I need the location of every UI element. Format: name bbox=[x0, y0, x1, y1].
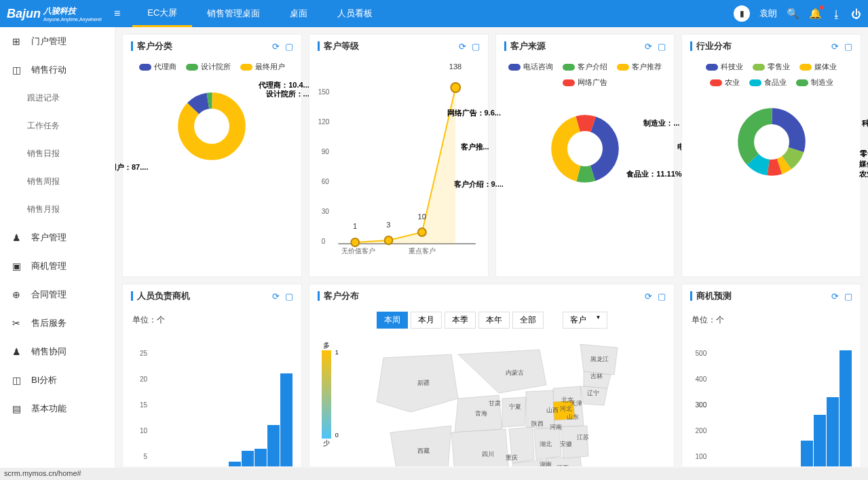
bar bbox=[801, 441, 813, 466]
refresh-icon[interactable]: ⟳ bbox=[831, 291, 839, 301]
card-industry: 行业分布 ⟳ ▢ 科技业 零售业 媒体业 农业 食品业 制造业 bbox=[681, 34, 861, 277]
line-chart: 0 30 60 90 120 150 无价值客户 重点客户 1 3 10 138 bbox=[315, 67, 483, 257]
svg-text:内蒙古: 内蒙古 bbox=[506, 369, 524, 376]
bar bbox=[254, 449, 267, 466]
bar bbox=[242, 451, 254, 466]
card-customer-level: 客户等级 ⟳ ▢ 0 30 60 90 120 150 bbox=[309, 34, 489, 277]
nav-opportunity[interactable]: ▣商机管理 bbox=[0, 252, 115, 280]
tab-ec[interactable]: EC大屏 bbox=[132, 0, 192, 27]
svg-text:宁夏: 宁夏 bbox=[509, 403, 521, 410]
seg-week[interactable]: 本周 bbox=[377, 312, 408, 329]
svg-text:河南: 河南 bbox=[550, 424, 562, 430]
user-name[interactable]: 袁朗 bbox=[759, 7, 777, 20]
expand-icon[interactable]: ▢ bbox=[658, 41, 666, 52]
card-customer-source: 客户来源 ⟳ ▢ 电话咨询 客户介绍 客户推荐 网络广告 电话咨... bbox=[495, 34, 675, 277]
svg-text:吉林: 吉林 bbox=[590, 373, 603, 380]
card-customer-type: 客户分类 ⟳ ▢ 代理商 设计院所 最终用户 代理商：10.4... 设计院所：… bbox=[122, 34, 302, 277]
nav-contract[interactable]: ⊕合同管理 bbox=[0, 280, 115, 309]
refresh-icon[interactable]: ⟳ bbox=[831, 41, 839, 52]
tab-people[interactable]: 人员看板 bbox=[322, 0, 388, 27]
bar bbox=[814, 415, 826, 466]
bar bbox=[267, 425, 280, 466]
svg-text:重庆: 重庆 bbox=[506, 454, 518, 461]
nav-weekly[interactable]: 销售周报 bbox=[0, 168, 115, 196]
svg-point-4 bbox=[351, 238, 359, 246]
nav-bi[interactable]: ◫BI分析 bbox=[0, 366, 115, 394]
nav-portal[interactable]: ⊞门户管理 bbox=[0, 27, 115, 56]
expand-icon[interactable]: ▢ bbox=[285, 291, 293, 301]
menu-toggle-icon[interactable]: ≡ bbox=[114, 7, 120, 20]
expand-icon[interactable]: ▢ bbox=[285, 41, 293, 52]
china-map[interactable]: 多 少 1 0 bbox=[315, 334, 669, 466]
svg-text:江西: 江西 bbox=[556, 464, 569, 466]
seg-all[interactable]: 全部 bbox=[512, 312, 544, 329]
svg-text:甘肃: 甘肃 bbox=[489, 400, 501, 407]
power-icon[interactable]: ⏻ bbox=[851, 8, 861, 20]
seg-month[interactable]: 本月 bbox=[411, 312, 442, 329]
svg-text:山东: 山东 bbox=[567, 413, 579, 420]
logo-text: Bajun bbox=[7, 7, 41, 21]
expand-icon[interactable]: ▢ bbox=[472, 41, 480, 52]
nav-monthly[interactable]: 销售月报 bbox=[0, 196, 115, 223]
nav-customer[interactable]: ♟客户管理 bbox=[0, 223, 115, 252]
expand-icon[interactable]: ▢ bbox=[844, 41, 852, 52]
bar bbox=[280, 373, 293, 466]
logo-cn: 八骏科技 bbox=[43, 5, 102, 17]
bar bbox=[827, 397, 839, 466]
nav-collab[interactable]: ♟销售协同 bbox=[0, 337, 115, 366]
expand-icon[interactable]: ▢ bbox=[658, 291, 666, 301]
refresh-icon[interactable]: ⟳ bbox=[272, 291, 280, 301]
svg-text:陕西: 陕西 bbox=[531, 420, 544, 427]
svg-text:四川: 四川 bbox=[482, 451, 494, 458]
card-customer-map: 客户分布 ⟳ ▢ 本周 本月 本季 本年 全部 客户 多 少 1 0 bbox=[309, 284, 675, 466]
nav-basic[interactable]: ▤基本功能 bbox=[0, 394, 115, 423]
svg-text:西藏: 西藏 bbox=[417, 447, 430, 454]
download-icon[interactable]: ⭳ bbox=[831, 8, 842, 20]
legend: 代理商 设计院所 最终用户 bbox=[128, 62, 296, 72]
bar bbox=[229, 462, 241, 466]
avatar[interactable]: ▮ bbox=[734, 5, 750, 22]
nav-aftersale[interactable]: ✂售后服务 bbox=[0, 309, 115, 337]
seg-year[interactable]: 本年 bbox=[478, 312, 510, 329]
card-forecast: 商机预测 ⟳ ▢ 单位：个 0100200300400500300 成才伍六一史… bbox=[681, 284, 861, 466]
nav-tasks[interactable]: 工作任务 bbox=[0, 112, 115, 140]
tab-desktop[interactable]: 桌面 bbox=[275, 0, 322, 27]
svg-text:黑龙江: 黑龙江 bbox=[590, 356, 609, 363]
refresh-icon[interactable]: ⟳ bbox=[459, 41, 466, 52]
svg-text:湖南: 湖南 bbox=[540, 461, 552, 466]
svg-text:安徽: 安徽 bbox=[560, 441, 572, 447]
header-tabs: EC大屏 销售管理桌面 桌面 人员看板 bbox=[132, 0, 388, 27]
expand-icon[interactable]: ▢ bbox=[844, 291, 852, 301]
map-select[interactable]: 客户 bbox=[563, 312, 607, 329]
bar bbox=[839, 350, 852, 466]
logo: Bajun 八骏科技 Anyone,Anytime,Anywhere! bbox=[7, 5, 102, 22]
bar-chart: 0100200300400500300 成才伍六一史今小艺马小帅小爱张三许三多袁… bbox=[687, 333, 855, 466]
card-owner-opportunity: 人员负责商机 ⟳ ▢ 单位：个 0510152025 成才伍六一小艺小度小爱马小… bbox=[122, 284, 302, 466]
svg-text:江苏: 江苏 bbox=[577, 434, 589, 441]
logo-tag: Anyone,Anytime,Anywhere! bbox=[43, 17, 102, 22]
seg-quarter[interactable]: 本季 bbox=[445, 312, 476, 329]
svg-text:新疆: 新疆 bbox=[417, 380, 430, 386]
refresh-icon[interactable]: ⟳ bbox=[645, 291, 652, 301]
header-right: ▮ 袁朗 🔍 🔔 ⭳ ⏻ bbox=[734, 5, 861, 22]
nav-followup[interactable]: 跟进记录 bbox=[0, 84, 115, 112]
svg-point-6 bbox=[418, 228, 426, 236]
nav-daily[interactable]: 销售日报 bbox=[0, 140, 115, 168]
nav-sales-action[interactable]: ◫销售行动 bbox=[0, 56, 115, 84]
search-icon[interactable]: 🔍 bbox=[787, 7, 799, 20]
tab-sales-desktop[interactable]: 销售管理桌面 bbox=[192, 0, 275, 27]
svg-point-7 bbox=[451, 83, 460, 92]
refresh-icon[interactable]: ⟳ bbox=[645, 41, 652, 52]
svg-text:辽宁: 辽宁 bbox=[587, 390, 599, 396]
dashboard-grid: 客户分类 ⟳ ▢ 代理商 设计院所 最终用户 代理商：10.4... 设计院所：… bbox=[115, 27, 868, 466]
app-header: Bajun 八骏科技 Anyone,Anytime,Anywhere! ≡ EC… bbox=[0, 0, 868, 27]
status-bar: scrm.mymos.cn/home# bbox=[0, 468, 868, 480]
bar-chart: 0510152025 成才伍六一小艺小度小爱马小帅史今张三甘小宁袁朗许三多 bbox=[128, 333, 296, 466]
svg-text:青海: 青海 bbox=[475, 410, 487, 417]
refresh-icon[interactable]: ⟳ bbox=[272, 41, 280, 52]
sidebar: ⊞门户管理 ◫销售行动 跟进记录 工作任务 销售日报 销售周报 销售月报 ♟客户… bbox=[0, 27, 115, 480]
notification-icon[interactable]: 🔔 bbox=[809, 7, 822, 20]
svg-text:湖北: 湖北 bbox=[540, 441, 552, 447]
svg-point-5 bbox=[384, 236, 392, 244]
svg-text:河北: 河北 bbox=[560, 405, 572, 412]
